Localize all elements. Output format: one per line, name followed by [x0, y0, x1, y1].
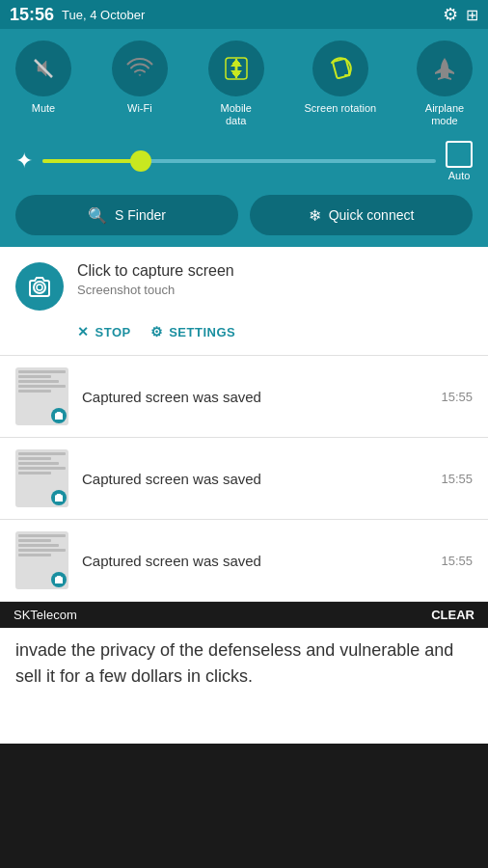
thumbnail-3	[15, 531, 68, 589]
toggles-row: Mute Wi-Fi	[15, 41, 473, 127]
brightness-thumb[interactable]	[130, 150, 151, 172]
stop-button[interactable]: ✕ STOP	[77, 324, 131, 339]
body-content: invade the privacy of the defenseless an…	[0, 628, 488, 744]
brightness-icon: ✦	[15, 149, 33, 174]
notification-saved-2[interactable]: Captured screen was saved 15:55	[0, 438, 488, 520]
bottom-bar: SKTelecom CLEAR	[0, 602, 488, 628]
brightness-fill	[42, 159, 141, 163]
toggle-screen-rotation-circle[interactable]	[312, 41, 368, 96]
notif-header: Click to capture screen Screenshot touch	[15, 262, 473, 311]
brightness-slider[interactable]	[42, 159, 436, 163]
toggle-mute-label: Mute	[32, 102, 55, 115]
settings-icon[interactable]: ⚙	[443, 4, 458, 25]
notif-saved-content-1: Captured screen was saved	[82, 389, 427, 405]
notif-saved-time-2: 15:55	[441, 472, 473, 486]
brightness-row: ✦ Auto	[15, 141, 473, 181]
search-icon: 🔍	[88, 206, 107, 225]
body-text: invade the privacy of the defenseless an…	[15, 637, 473, 690]
notif-subtitle: Screenshot touch	[77, 283, 473, 297]
toggle-airplane-mode[interactable]: Airplanemode	[417, 41, 473, 127]
auto-button[interactable]: Auto	[446, 141, 473, 181]
toggle-wifi-circle[interactable]	[112, 41, 168, 96]
toggle-mobile-data-circle[interactable]	[208, 41, 264, 96]
snowflake-icon: ❄	[309, 206, 321, 225]
notif-saved-content-2: Captured screen was saved	[82, 471, 427, 487]
quick-connect-label: Quick connect	[329, 207, 415, 223]
toggle-mobile-data-label: Mobiledata	[220, 102, 251, 127]
thumb-camera-overlay-3	[51, 572, 67, 587]
notif-saved-title-2: Captured screen was saved	[82, 471, 427, 487]
toggle-mute-circle[interactable]	[15, 41, 71, 96]
svg-line-0	[35, 60, 52, 77]
notif-content: Click to capture screen Screenshot touch	[77, 262, 473, 297]
toggle-screen-rotation-label: Screen rotation	[305, 102, 377, 115]
action-buttons-row: 🔍 S Finder ❄ Quick connect	[15, 195, 473, 235]
notif-actions: ✕ STOP ⚙ SETTINGS	[15, 324, 473, 339]
notif-saved-time-3: 15:55	[441, 554, 473, 568]
auto-square-icon	[446, 141, 473, 168]
notif-title: Click to capture screen	[77, 262, 473, 280]
gear-icon: ⚙	[150, 324, 164, 339]
settings-label: SETTINGS	[169, 325, 235, 339]
toggle-screen-rotation[interactable]: Screen rotation	[305, 41, 377, 127]
notif-saved-title-1: Captured screen was saved	[82, 389, 427, 405]
s-finder-label: S Finder	[115, 207, 166, 223]
grid-icon[interactable]: ⊞	[466, 6, 478, 24]
carrier-text: SKTelecom	[14, 608, 77, 622]
settings-button[interactable]: ⚙ SETTINGS	[150, 324, 236, 339]
toggle-wifi-label: Wi-Fi	[127, 102, 152, 115]
notif-saved-title-3: Captured screen was saved	[82, 553, 427, 569]
status-icons: ⚙ ⊞	[443, 4, 478, 25]
notification-screenshot-touch: Click to capture screen Screenshot touch…	[0, 247, 488, 356]
status-bar: 15:56 Tue, 4 October ⚙ ⊞	[0, 0, 488, 29]
notif-camera-icon	[15, 262, 64, 311]
thumbnail-1	[15, 367, 68, 425]
thumbnail-2	[15, 449, 68, 507]
notification-saved-1[interactable]: Captured screen was saved 15:55	[0, 356, 488, 438]
thumb-camera-overlay-2	[51, 490, 67, 505]
svg-point-3	[34, 282, 45, 293]
toggle-mute[interactable]: Mute	[15, 41, 71, 127]
thumb-camera-overlay	[51, 408, 67, 423]
s-finder-button[interactable]: 🔍 S Finder	[15, 195, 238, 235]
toggle-mobile-data[interactable]: Mobiledata	[208, 41, 264, 127]
clear-button[interactable]: CLEAR	[431, 608, 474, 622]
toggle-wifi[interactable]: Wi-Fi	[112, 41, 168, 127]
notification-saved-3[interactable]: Captured screen was saved 15:55	[0, 520, 488, 602]
auto-label: Auto	[448, 170, 471, 181]
notifications-area: Click to capture screen Screenshot touch…	[0, 247, 488, 602]
notif-saved-content-3: Captured screen was saved	[82, 553, 427, 569]
status-time: 15:56	[10, 5, 54, 25]
quick-connect-button[interactable]: ❄ Quick connect	[250, 195, 473, 235]
quick-settings-panel: Mute Wi-Fi	[0, 29, 488, 247]
svg-point-4	[37, 285, 42, 290]
status-date: Tue, 4 October	[62, 8, 145, 22]
toggle-airplane-mode-label: Airplanemode	[425, 102, 464, 127]
x-icon: ✕	[77, 324, 90, 339]
stop-label: STOP	[95, 325, 131, 339]
notif-saved-time-1: 15:55	[441, 390, 473, 404]
toggle-airplane-mode-circle[interactable]	[417, 41, 473, 96]
